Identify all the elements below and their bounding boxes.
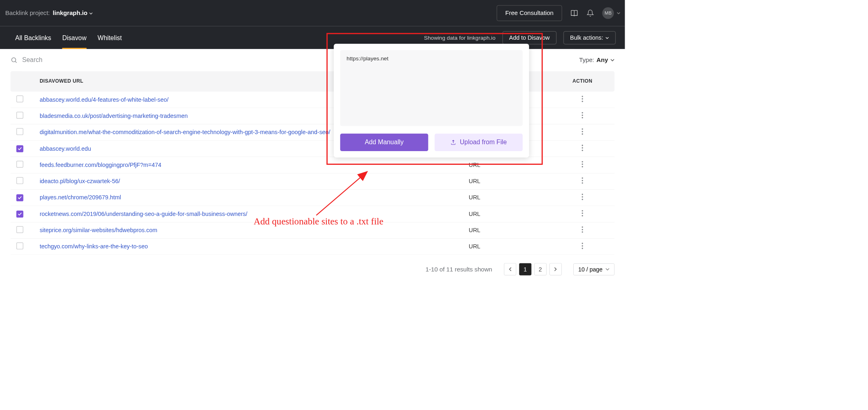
svg-point-4 [582,112,583,113]
row-actions-kebab-icon[interactable] [581,128,583,136]
svg-point-28 [582,243,583,244]
type-filter-label: Type: [579,57,594,64]
project-label: Backlink project: [5,10,50,17]
svg-point-12 [582,149,583,151]
row-type: URL [469,178,556,185]
svg-point-25 [582,226,583,228]
per-page-label: 10 / page [578,266,602,273]
upload-icon [451,139,456,145]
type-filter-value: Any [596,57,608,64]
showing-data-label: Showing data for linkgraph.io [424,34,495,41]
bulk-actions-label: Bulk actions: [570,34,603,41]
bulk-actions-button[interactable]: Bulk actions: [563,31,615,44]
disavow-url-textarea[interactable] [340,50,523,126]
disavowed-url-link[interactable]: techgyo.com/why-links-are-the-key-to-seo [40,243,148,250]
avatar: MB [602,7,614,19]
svg-point-17 [582,180,583,182]
per-page-select[interactable]: 10 / page [573,263,615,275]
user-menu[interactable]: MB [602,7,621,19]
col-header-action: Action [556,79,609,84]
row-checkbox[interactable] [16,210,23,217]
svg-point-14 [582,164,583,165]
caret-down-icon [605,36,609,40]
row-checkbox[interactable] [16,95,23,102]
caret-down-icon [611,58,615,62]
annotation-text: Add questionable sites to a .txt file [253,216,383,227]
svg-point-26 [582,229,583,231]
row-checkbox[interactable] [16,226,23,233]
row-actions-kebab-icon[interactable] [581,161,583,169]
upload-from-file-button[interactable]: Upload from File [435,134,523,151]
disavowed-url-link[interactable]: abbascey.world.edu [40,145,91,152]
pager-next-button[interactable] [549,263,562,275]
bell-icon[interactable] [587,9,594,17]
disavowed-url-link[interactable]: playes.net/chrome/209679.html [40,194,121,201]
svg-point-30 [582,248,583,249]
row-type: URL [469,194,556,201]
svg-point-9 [582,133,583,135]
row-checkbox[interactable] [16,194,23,201]
row-actions-kebab-icon[interactable] [581,194,583,201]
row-actions-kebab-icon[interactable] [581,243,583,250]
row-type: URL [469,227,556,234]
svg-point-18 [582,182,583,184]
disavowed-url-link[interactable]: bladesmedia.co.uk/post/advertising-marke… [40,113,188,119]
row-actions-kebab-icon[interactable] [581,210,583,218]
row-type: URL [469,243,556,250]
row-checkbox[interactable] [16,177,23,184]
row-actions-kebab-icon[interactable] [581,177,583,185]
row-checkbox[interactable] [16,128,23,135]
pager-page-2[interactable]: 2 [534,263,546,275]
svg-point-10 [582,145,583,146]
svg-point-21 [582,199,583,200]
project-selector[interactable]: Backlink project: linkgraph.io [5,10,93,17]
row-checkbox[interactable] [16,161,23,168]
results-shown: 1-10 of 11 results shown [425,266,492,273]
disavowed-url-link[interactable]: digitalmunition.me/what-the-commoditizat… [40,129,330,135]
free-consultation-button[interactable]: Free Consultation [497,5,562,21]
row-actions-kebab-icon[interactable] [581,145,583,152]
tab-all-backlinks[interactable]: All Backlinks [15,27,51,49]
row-actions-kebab-icon[interactable] [581,96,583,103]
svg-point-3 [582,100,583,102]
row-checkbox[interactable] [16,145,23,152]
book-icon[interactable] [570,9,578,17]
table-footer: 1-10 of 11 results shown 1 2 10 / page [0,255,625,275]
svg-point-15 [582,166,583,168]
svg-point-27 [582,231,583,233]
upload-from-file-label: Upload from File [460,139,507,146]
disavowed-url-link[interactable]: rocketnews.com/2019/06/understanding-seo… [40,211,247,217]
pager: 1 2 [504,263,562,275]
svg-point-2 [582,98,583,100]
row-checkbox[interactable] [16,112,23,119]
tabs-row: All Backlinks Disavow Whitelist Showing … [0,26,625,49]
disavowed-url-link[interactable]: abbascey.world.edu/4-features-of-white-l… [40,96,168,103]
pager-prev-button[interactable] [504,263,516,275]
row-checkbox[interactable] [16,242,23,249]
svg-point-13 [582,161,583,162]
svg-point-24 [582,215,583,217]
svg-point-19 [582,194,583,195]
row-type: URL [469,162,556,169]
table-row: ideacto.pl/blog/ux-czwartek-56/URL [11,173,615,190]
row-actions-kebab-icon[interactable] [581,112,583,120]
row-actions-kebab-icon[interactable] [581,226,583,234]
svg-point-7 [582,128,583,130]
table-row: techgyo.com/why-links-are-the-key-to-seo… [11,239,615,255]
add-manually-button[interactable]: Add Manually [340,134,428,151]
disavowed-url-link[interactable]: feeds.feedburner.com/bloggingpro/PfjF?m=… [40,162,162,168]
tab-disavow[interactable]: Disavow [62,27,87,49]
svg-point-22 [582,210,583,211]
pager-page-1[interactable]: 1 [519,263,531,275]
chevron-left-icon [508,267,512,271]
caret-down-icon [605,267,609,271]
add-to-disavow-button[interactable]: Add to Disavow [502,31,556,44]
type-filter[interactable]: Type: Any [579,57,615,64]
svg-point-5 [582,115,583,116]
disavowed-url-link[interactable]: siteprice.org/similar-websites/hdwebpros… [40,227,157,233]
search-icon [11,57,17,64]
tab-whitelist[interactable]: Whitelist [98,27,122,49]
disavowed-url-link[interactable]: ideacto.pl/blog/ux-czwartek-56/ [40,178,120,184]
svg-point-0 [12,58,16,62]
caret-down-icon [89,10,93,17]
